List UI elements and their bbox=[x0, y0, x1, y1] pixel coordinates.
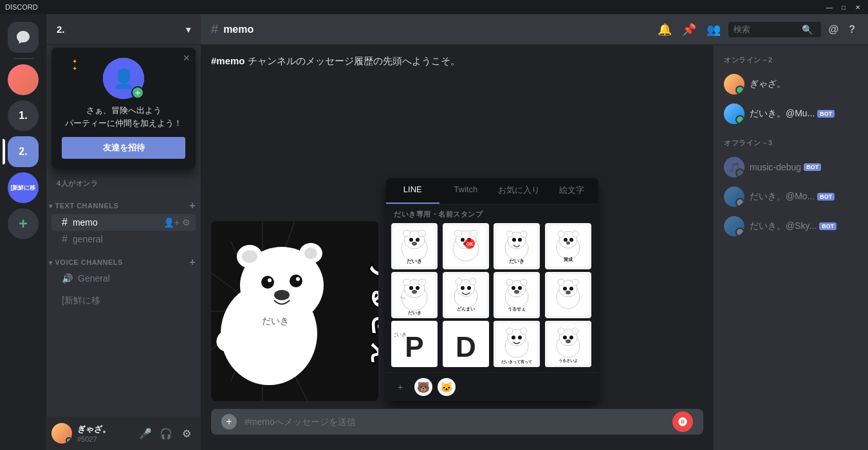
sticker-item-9[interactable]: P だいき bbox=[391, 321, 438, 367]
online-section-title: オンライン－2 bbox=[719, 55, 863, 65]
headset-button[interactable]: 🎧 bbox=[157, 424, 175, 442]
sticker-tab-emoji[interactable]: 絵文字 bbox=[546, 178, 599, 204]
add-member-icon[interactable]: 👤+ bbox=[163, 217, 180, 228]
server-item-2[interactable]: 2. bbox=[8, 136, 39, 167]
help-icon[interactable]: ? bbox=[846, 21, 858, 38]
sticker-item-6[interactable]: どんまい bbox=[443, 272, 489, 318]
sticker-footer-add-icon[interactable]: + bbox=[391, 378, 409, 396]
message-input-area: + bbox=[201, 409, 714, 450]
search-input[interactable] bbox=[734, 24, 798, 34]
bot-badge-2: BOT bbox=[804, 163, 821, 171]
svg-point-89 bbox=[558, 279, 564, 285]
member-item-daiki-mo[interactable]: だいき。@Mo... BOT bbox=[719, 183, 863, 211]
sticker-item-11[interactable]: だいきって言って bbox=[494, 321, 540, 367]
picker-row: うるせぇ だいき LINE Twitch お気に入り 絵文字 bbox=[201, 178, 714, 409]
invite-friends-button[interactable]: 友達を招待 bbox=[62, 137, 185, 159]
sticker-tab-favorites[interactable]: お気に入り bbox=[492, 178, 546, 204]
member-item-daiki-mu[interactable]: だいき。@Mu... BOT bbox=[719, 100, 863, 128]
sticker-grid: だいき bbox=[386, 223, 598, 372]
settings-icon[interactable]: ⚙ bbox=[182, 217, 190, 228]
member-item-gyaza[interactable]: ぎゃざ。 bbox=[719, 70, 863, 98]
sticker-item-4[interactable]: 賛成 bbox=[545, 223, 591, 269]
sticker-item-10[interactable]: D bbox=[443, 321, 489, 367]
sticker-tab-line[interactable]: LINE bbox=[386, 178, 439, 204]
svg-text:うるせぇ: うるせぇ bbox=[369, 256, 378, 366]
sticker-item-5[interactable]: だいき bbox=[391, 272, 438, 318]
sticker-tab-twitch[interactable]: Twitch bbox=[439, 178, 493, 204]
svg-point-37 bbox=[470, 230, 477, 237]
sticker-item-7[interactable]: うるせぇ bbox=[494, 272, 540, 318]
svg-point-29 bbox=[409, 238, 413, 242]
general-voice-speaker-icon: 🔊 bbox=[62, 273, 73, 284]
channel-list: ▾ TEXT CHANNELS + # memo 👤+ ⚙ # general bbox=[46, 191, 201, 417]
text-channels-header[interactable]: ▾ TEXT CHANNELS + bbox=[46, 196, 201, 214]
mic-button[interactable]: 🎤 bbox=[136, 424, 154, 442]
user-tag: #5027 bbox=[77, 435, 131, 443]
message-send-button[interactable] bbox=[672, 411, 693, 432]
channel-item-memo[interactable]: # memo 👤+ ⚙ bbox=[51, 214, 196, 231]
minimize-button[interactable]: — bbox=[824, 2, 835, 12]
sticker-item-1[interactable]: だいき bbox=[391, 223, 438, 269]
svg-point-17 bbox=[290, 274, 302, 287]
sidebar-item-avatar-1[interactable] bbox=[8, 64, 39, 95]
notifications-icon[interactable]: 🔔 bbox=[655, 20, 674, 39]
sticker-item-8[interactable] bbox=[545, 272, 591, 318]
svg-point-13 bbox=[242, 250, 257, 263]
channel-item-general-voice[interactable]: 🔊 General bbox=[51, 271, 196, 286]
sticker-item-2[interactable]: OK bbox=[443, 223, 489, 269]
svg-text:だいき: だいき bbox=[509, 258, 524, 264]
text-section-add[interactable]: + bbox=[189, 200, 196, 212]
sticker-item-3[interactable]: だいき bbox=[494, 223, 540, 269]
svg-point-63 bbox=[403, 279, 411, 285]
svg-point-57 bbox=[569, 238, 573, 242]
pins-icon[interactable]: 📌 bbox=[679, 20, 699, 39]
svg-point-102 bbox=[506, 328, 513, 334]
user-settings-button[interactable]: ⚙ bbox=[178, 424, 196, 442]
member-avatar-gyaza bbox=[724, 74, 744, 94]
svg-text:どんまい: どんまい bbox=[457, 307, 475, 312]
user-bar-info: ぎゃざ。 #5027 bbox=[77, 424, 131, 443]
fresh-channel-item[interactable]: [新鮮に移 bbox=[51, 291, 196, 309]
svg-point-19 bbox=[296, 277, 300, 281]
svg-point-112 bbox=[563, 336, 567, 339]
svg-point-54 bbox=[558, 231, 564, 237]
invite-popup: ✕ 👤 + ✦✦ さぁ、冒険へ出よう パーティーに仲間を加えよう！ 友達を招待 bbox=[51, 48, 196, 169]
member-avatar-daiki-mu bbox=[724, 104, 744, 124]
server-item-1[interactable]: 1. bbox=[8, 100, 39, 131]
member-avatar-music-debug: 🎵 bbox=[724, 157, 744, 177]
message-input-bar: + bbox=[211, 409, 703, 435]
svg-point-28 bbox=[418, 230, 426, 237]
member-avatar-daiki-sky bbox=[724, 216, 744, 237]
message-attach-button[interactable]: + bbox=[221, 414, 237, 429]
member-item-music-debug[interactable]: 🎵 music-debug BOT bbox=[719, 153, 863, 181]
mention-icon[interactable]: @ bbox=[826, 21, 842, 38]
voice-section-add[interactable]: + bbox=[189, 256, 196, 268]
sticker-svg: うるせぇ だいき bbox=[211, 221, 378, 401]
channel-welcome: #memo チャンネルのメッセージ履歴の先頭へようこそ。 bbox=[211, 55, 703, 68]
fresh-channel-label: [新鮮に移 bbox=[62, 295, 100, 307]
server-header[interactable]: 2. ▾ bbox=[46, 14, 201, 45]
svg-text:だいき: だいき bbox=[394, 332, 407, 338]
svg-point-92 bbox=[569, 287, 573, 291]
server-item-fresh[interactable]: [新鮮に移 bbox=[8, 172, 39, 203]
right-sidebar: オンライン－2 ぎゃざ。 だいき。@ bbox=[714, 45, 868, 450]
popup-avatar-wrap: 👤 + ✦✦ bbox=[62, 58, 185, 99]
maximize-button[interactable]: □ bbox=[838, 2, 849, 12]
members-icon[interactable]: 👥 bbox=[704, 20, 723, 39]
message-input[interactable] bbox=[245, 409, 665, 435]
user-avatar bbox=[51, 423, 72, 444]
dm-button[interactable] bbox=[8, 22, 39, 53]
channel-header-name: memo bbox=[223, 24, 254, 35]
member-info-music-debug: music-debug BOT bbox=[750, 162, 821, 172]
add-server-button[interactable]: + bbox=[8, 208, 39, 239]
server-1-label: 1. bbox=[19, 110, 27, 122]
channel-item-general[interactable]: # general bbox=[51, 231, 196, 248]
sticker-item-12[interactable]: うるさいよ bbox=[545, 321, 591, 367]
svg-text:だいき: だいき bbox=[262, 316, 289, 326]
svg-text:だいきって言って: だいきって言って bbox=[501, 359, 532, 364]
sticker-footer-bear-icon[interactable]: 🐻 bbox=[414, 378, 432, 396]
sticker-footer-cat-icon[interactable]: 🐱 bbox=[438, 378, 456, 396]
member-item-daiki-sky[interactable]: だいき。@Sky... BOT bbox=[719, 212, 863, 240]
voice-channels-header[interactable]: ▾ VOICE CHANNELS + bbox=[46, 253, 201, 271]
close-button[interactable]: ✕ bbox=[853, 2, 863, 12]
